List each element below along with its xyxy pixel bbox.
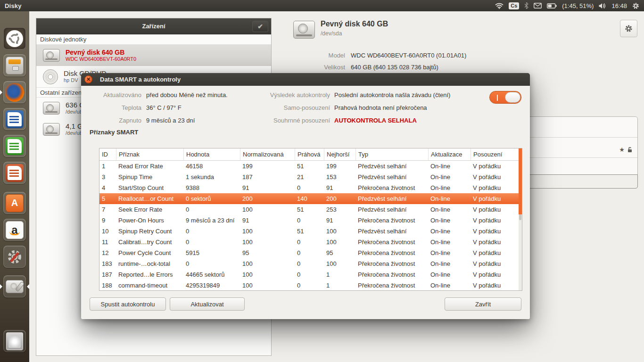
bluetooth-icon[interactable]	[524, 2, 528, 9]
table-cell: V pořádku	[471, 280, 522, 291]
table-cell: 91	[324, 215, 355, 226]
battery-icon[interactable]	[547, 3, 557, 8]
table-cell: 188	[99, 280, 116, 291]
dialog-titlebar[interactable]: ✕ Data SMART a autokontroly	[81, 73, 530, 86]
scrollbar-thumb[interactable]	[519, 148, 522, 214]
clock[interactable]: 16:48	[611, 2, 627, 9]
libreoffice-writer-icon[interactable]	[3, 108, 26, 130]
table-row[interactable]: 187Reported…le Errors44665 sektorů10001P…	[99, 269, 522, 280]
column-header[interactable]: ID	[99, 148, 116, 160]
unlock-icon[interactable]	[627, 147, 633, 153]
table-cell: 4	[99, 182, 116, 193]
panel-app-title: Disky	[5, 2, 22, 9]
device-subtitle: WDC WD6400BEVT-60A0RT0	[66, 56, 136, 62]
column-header[interactable]: Typ	[355, 148, 428, 160]
file-manager-icon[interactable]	[3, 54, 26, 76]
table-cell: 91	[324, 182, 355, 193]
hdd-icon	[43, 49, 60, 62]
table-cell: On-line	[428, 193, 471, 204]
table-cell: On-line	[428, 280, 471, 291]
table-cell: Překročena životnost	[355, 280, 428, 291]
table-row[interactable]: 183runtime-…ock-total01000100Překročena …	[99, 258, 522, 269]
trash-icon[interactable]	[3, 330, 26, 352]
mail-icon[interactable]	[534, 3, 542, 8]
close-dialog-button[interactable]: Zavřít	[445, 297, 521, 311]
table-cell: 200	[240, 193, 295, 204]
table-cell: V pořádku	[471, 269, 522, 280]
wifi-icon[interactable]	[495, 3, 504, 9]
table-cell: V pořádku	[471, 215, 522, 226]
dash-home-icon[interactable]	[3, 27, 26, 49]
keyboard-layout-indicator[interactable]: Cs	[509, 2, 519, 9]
column-header[interactable]: Hodnota	[183, 148, 240, 160]
table-cell: V pořádku	[471, 193, 522, 204]
table-cell: 1	[99, 161, 116, 172]
disks-icon[interactable]	[3, 275, 26, 297]
table-cell: 100	[240, 204, 295, 215]
table-cell: 100	[240, 237, 295, 247]
table-row[interactable]: 9Power-On Hours9 měsíců a 23 dní91091Pře…	[99, 215, 522, 226]
table-cell: Předzvěst selhání	[355, 226, 428, 237]
firefox-icon[interactable]	[3, 81, 26, 103]
refresh-button[interactable]: Aktualizovat	[170, 297, 245, 311]
run-selftest-button[interactable]: Spustit autokontrolu	[90, 297, 166, 311]
field-value: 640 GB (640 135 028 736 bajtů)	[351, 64, 438, 71]
table-row[interactable]: 7Seek Error Rate010051253Předzvěst selhá…	[99, 204, 522, 215]
device-row-hdd[interactable]: Pevný disk 640 GB WDC WD6400BEVT-60A0RT0	[36, 45, 271, 66]
table-cell: Spinup Time	[116, 172, 183, 182]
table-row[interactable]: 4Start/Stop Count938891091Překročena živ…	[99, 182, 522, 193]
smart-enabled-toggle[interactable]	[489, 91, 521, 104]
table-row[interactable]: 1Read Error Rate4615819951199Předzvěst s…	[99, 161, 522, 172]
toggle-handle[interactable]	[505, 92, 520, 103]
table-cell: 100	[324, 258, 355, 269]
column-header[interactable]: Posouzení	[471, 148, 522, 160]
table-cell: 100	[240, 226, 295, 237]
table-cell: 10	[99, 226, 116, 237]
table-row[interactable]: 12Power Cycle Count591595095Překročena ž…	[99, 247, 522, 258]
battery-status-text[interactable]: (1:45, 51%)	[562, 2, 594, 9]
table-cell: 100	[240, 280, 295, 291]
session-gear-icon[interactable]	[632, 2, 639, 9]
table-cell: 1 sekunda	[183, 172, 240, 182]
table-row[interactable]: 11Calibrati…try Count01000100Překročena …	[99, 237, 522, 247]
close-icon[interactable]: ✕	[84, 75, 92, 83]
table-row[interactable]: 3Spinup Time1 sekunda18721153Předzvěst s…	[99, 172, 522, 182]
system-settings-icon[interactable]	[3, 246, 26, 268]
info-label: Zapnuto	[119, 117, 141, 124]
desktop: Disky Cs (1:4	[0, 0, 644, 362]
star-icon[interactable]: ★	[619, 146, 625, 153]
table-scrollbar[interactable]	[519, 148, 522, 290]
info-label: Aktualizováno	[103, 91, 141, 99]
column-header[interactable]: Nejhorší	[324, 148, 355, 160]
table-cell: 9388	[183, 182, 240, 193]
libreoffice-calc-icon[interactable]	[3, 135, 26, 157]
libreoffice-impress-icon[interactable]	[3, 162, 26, 184]
table-cell: 0	[295, 215, 324, 226]
table-header-row[interactable]: IDPříznakHodnotaNormalizovanáPráhováNejh…	[99, 148, 522, 161]
disk-actions-gear-button[interactable]	[620, 20, 637, 37]
column-header[interactable]: Normalizovaná	[240, 148, 295, 160]
table-row[interactable]: 188command-timeout429531984910001Překroč…	[99, 280, 522, 291]
column-header[interactable]: Práhová	[295, 148, 324, 160]
hdd-icon	[43, 102, 60, 115]
table-cell: On-line	[428, 226, 471, 237]
amazon-icon[interactable]: a	[3, 219, 26, 241]
table-row[interactable]: 5Reallocat…or Count0 sektorů200140200Pře…	[99, 193, 522, 204]
disk-header: Pevný disk 640 GB /dev/sda Model WDC WD6…	[289, 20, 637, 76]
table-row[interactable]: 10Spinup Retry Count010051100Předzvěst s…	[99, 226, 522, 237]
table-cell: Překročena životnost	[355, 269, 428, 280]
table-cell: 4295319849	[183, 280, 240, 291]
table-cell: V pořádku	[471, 204, 522, 215]
volume-icon[interactable]	[599, 3, 606, 9]
overall-assessment-value: AUTOKONTROLA SELHALA	[334, 117, 417, 124]
table-cell: Spinup Retry Count	[116, 226, 183, 237]
column-header[interactable]: Aktualizace	[428, 148, 471, 160]
table-cell: 9	[99, 215, 116, 226]
table-cell: 140	[295, 193, 324, 204]
column-header[interactable]: Příznak	[116, 148, 183, 160]
table-cell: 100	[324, 237, 355, 247]
table-cell: 5	[99, 193, 116, 204]
multi-select-check-button[interactable]: ✔	[252, 21, 268, 32]
software-center-icon[interactable]: A	[3, 192, 26, 214]
table-cell: 0	[183, 258, 240, 269]
